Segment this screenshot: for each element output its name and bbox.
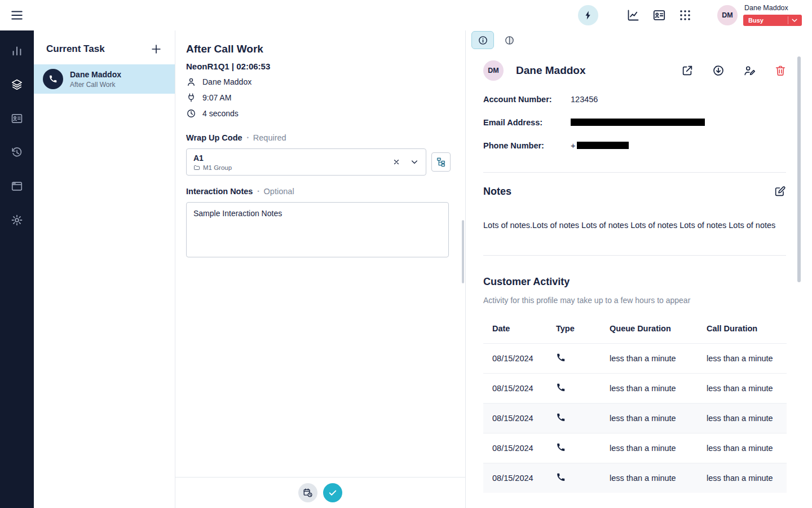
wrapup-combo-row: A1 M1 Group bbox=[186, 148, 454, 176]
customer-profile-panel: DM Dane Maddox Account Number: 123456 Em… bbox=[466, 30, 812, 508]
performance-chart-button[interactable] bbox=[626, 8, 640, 22]
wrapup-group: M1 Group bbox=[203, 164, 232, 171]
col-date: Date bbox=[483, 318, 547, 344]
phone-icon bbox=[48, 75, 58, 84]
activity-table-head: Date Type Queue Duration Call Duration bbox=[483, 318, 787, 344]
interaction-notes-requirement: Optional bbox=[264, 187, 294, 196]
check-icon bbox=[328, 488, 338, 498]
activity-type-cell bbox=[547, 403, 601, 433]
bullet: • bbox=[247, 135, 249, 141]
apps-grid-button[interactable] bbox=[678, 8, 692, 22]
wrapup-chevron-icon[interactable] bbox=[405, 153, 423, 171]
customer-activity-title: Customer Activity bbox=[483, 276, 570, 288]
customer-activity-subtitle: Activity for this profile may take up to… bbox=[466, 288, 812, 305]
phone-icon bbox=[556, 443, 566, 452]
bar-chart-icon bbox=[11, 45, 23, 57]
user-avatar[interactable]: DM bbox=[717, 5, 738, 25]
contact-row: Dane Maddox bbox=[186, 77, 454, 87]
download-icon[interactable] bbox=[712, 64, 725, 77]
status-dropdown[interactable]: Busy bbox=[743, 15, 802, 26]
start-time-row: 9:07 AM bbox=[186, 93, 454, 103]
email-row: Email Address: bbox=[483, 111, 787, 134]
phone-value-prefix: + bbox=[571, 141, 575, 150]
schedule-callback-button[interactable] bbox=[298, 483, 317, 502]
activity-type-cell bbox=[547, 343, 601, 373]
nav-contacts[interactable] bbox=[0, 102, 34, 135]
directory-card-button[interactable] bbox=[652, 8, 666, 22]
duration-row: 4 seconds bbox=[186, 108, 454, 119]
activity-type-cell bbox=[547, 373, 601, 403]
delete-contact-icon[interactable] bbox=[774, 64, 787, 77]
profile-initials: DM bbox=[488, 67, 498, 75]
activity-row[interactable]: 08/15/2024 less than a minute less than … bbox=[483, 373, 787, 403]
tree-view-icon bbox=[436, 157, 446, 167]
activity-call-duration: less than a minute bbox=[698, 343, 787, 373]
col-type: Type bbox=[547, 318, 601, 344]
wrapup-tree-button[interactable] bbox=[431, 152, 451, 172]
phone-icon bbox=[556, 353, 566, 362]
nav-browser[interactable] bbox=[0, 169, 34, 203]
activity-call-duration: less than a minute bbox=[698, 373, 787, 403]
menu-icon[interactable] bbox=[10, 8, 24, 23]
account-number-value: 123456 bbox=[571, 95, 598, 104]
tab-profile-info[interactable] bbox=[471, 31, 494, 49]
acw-timer: 02:06:53 bbox=[236, 62, 270, 71]
acw-title: After Call Work bbox=[186, 43, 454, 55]
wrapup-code: A1 bbox=[193, 154, 387, 163]
chevron-down-icon bbox=[788, 16, 798, 24]
wrapup-label-row: Wrap Up Code • Required bbox=[186, 133, 454, 142]
nav-interactions[interactable] bbox=[0, 68, 34, 102]
notes-text: Lots of notes.Lots of notes Lots of note… bbox=[466, 198, 812, 231]
interaction-notes-label-row: Interaction Notes • Optional bbox=[186, 187, 454, 196]
phone-icon bbox=[556, 472, 566, 482]
history-icon bbox=[11, 146, 23, 159]
edit-notes-icon[interactable] bbox=[774, 185, 786, 198]
contact-name: Dane Maddox bbox=[202, 77, 251, 86]
nav-settings[interactable] bbox=[0, 203, 34, 237]
activity-row[interactable]: 08/15/2024 less than a minute less than … bbox=[483, 463, 787, 493]
task-list-item[interactable]: Dane Maddox After Call Work bbox=[34, 64, 175, 94]
interaction-notes-input[interactable]: Sample Interaction Notes bbox=[186, 202, 449, 257]
profile-avatar: DM bbox=[483, 60, 504, 81]
nav-performance[interactable] bbox=[0, 34, 34, 68]
clear-wrapup-icon[interactable] bbox=[387, 153, 405, 171]
activity-row[interactable]: 08/15/2024 less than a minute less than … bbox=[483, 343, 787, 373]
wrapup-code-select[interactable]: A1 M1 Group bbox=[186, 148, 426, 176]
activity-call-duration: less than a minute bbox=[698, 433, 787, 463]
add-task-icon[interactable] bbox=[150, 43, 162, 55]
queue-and-timer: NeonR1Q1 | 02:06:53 bbox=[186, 62, 454, 71]
acw-scrollbar-thumb[interactable] bbox=[462, 220, 464, 283]
activity-table: Date Type Queue Duration Call Duration 0… bbox=[483, 318, 787, 493]
edit-contact-icon[interactable] bbox=[743, 64, 756, 77]
wrapup-selected-value: A1 M1 Group bbox=[193, 154, 387, 171]
gear-icon bbox=[11, 214, 23, 226]
activity-row[interactable]: 08/15/2024 less than a minute less than … bbox=[483, 403, 787, 433]
top-bar: DM Dane Maddox Busy bbox=[0, 0, 812, 30]
open-external-icon[interactable] bbox=[681, 64, 694, 77]
wrapup-requirement: Required bbox=[253, 133, 286, 142]
activity-row[interactable]: 08/15/2024 less than a minute less than … bbox=[483, 433, 787, 463]
task-contact-name: Dane Maddox bbox=[70, 70, 121, 79]
interactions-bolt-button[interactable] bbox=[578, 5, 598, 25]
account-number-label: Account Number: bbox=[483, 95, 571, 104]
user-name: Dane Maddox bbox=[744, 4, 788, 12]
acw-footer bbox=[175, 477, 465, 508]
current-task-panel: Current Task Dane Maddox After Call Work bbox=[34, 30, 175, 508]
redacted-phone-bar bbox=[577, 142, 629, 149]
plug-icon bbox=[186, 93, 196, 103]
wrapup-group-row: M1 Group bbox=[193, 164, 387, 171]
phone-icon bbox=[556, 413, 566, 422]
window-icon bbox=[11, 180, 23, 192]
current-task-header: Current Task bbox=[34, 30, 175, 64]
complete-acw-button[interactable] bbox=[323, 483, 342, 502]
phone-row: Phone Number: + bbox=[483, 134, 787, 157]
col-call-duration: Call Duration bbox=[698, 318, 787, 344]
nav-history[interactable] bbox=[0, 135, 34, 169]
activity-date: 08/15/2024 bbox=[483, 343, 547, 373]
current-task-title: Current Task bbox=[46, 43, 105, 55]
profile-scrollbar-thumb[interactable] bbox=[797, 56, 801, 282]
status-label: Busy bbox=[748, 17, 764, 24]
tab-profile-compare[interactable] bbox=[499, 31, 519, 49]
task-state: After Call Work bbox=[70, 81, 121, 89]
phone-label: Phone Number: bbox=[483, 141, 571, 150]
